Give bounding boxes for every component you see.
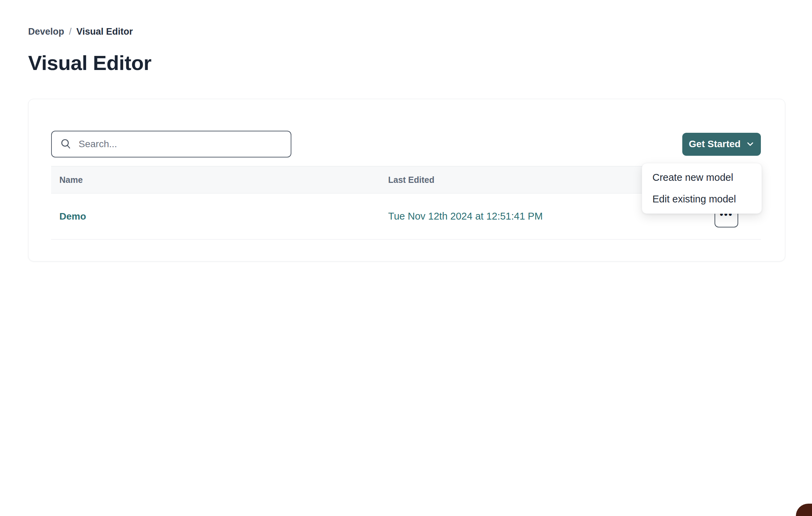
breadcrumb-item-visual-editor: Visual Editor bbox=[77, 26, 133, 37]
toolbar: Get Started bbox=[51, 131, 761, 157]
breadcrumb-item-develop[interactable]: Develop bbox=[28, 26, 64, 37]
page: Develop / Visual Editor Visual Editor Ge… bbox=[0, 0, 812, 516]
search-icon bbox=[60, 138, 72, 150]
menu-item-edit-existing-model[interactable]: Edit existing model bbox=[642, 188, 762, 210]
last-edited-link[interactable]: Tue Nov 12th 2024 at 12:51:41 PM bbox=[388, 211, 543, 222]
model-name-link[interactable]: Demo bbox=[59, 211, 86, 222]
chevron-down-icon bbox=[746, 140, 754, 148]
get-started-button[interactable]: Get Started bbox=[682, 133, 761, 156]
breadcrumb-separator: / bbox=[69, 26, 72, 37]
corner-widget-button[interactable] bbox=[796, 504, 812, 516]
page-title: Visual Editor bbox=[28, 52, 785, 74]
breadcrumb: Develop / Visual Editor bbox=[28, 26, 785, 37]
search-box[interactable] bbox=[51, 131, 291, 157]
search-input[interactable] bbox=[79, 139, 282, 150]
get-started-label: Get Started bbox=[689, 139, 741, 150]
get-started-dropdown: Create new model Edit existing model bbox=[642, 163, 762, 214]
menu-item-create-new-model[interactable]: Create new model bbox=[642, 167, 762, 188]
main-content: Develop / Visual Editor Visual Editor Ge… bbox=[0, 0, 812, 261]
row-name-cell: Demo bbox=[51, 211, 388, 222]
column-header-name: Name bbox=[51, 175, 388, 185]
